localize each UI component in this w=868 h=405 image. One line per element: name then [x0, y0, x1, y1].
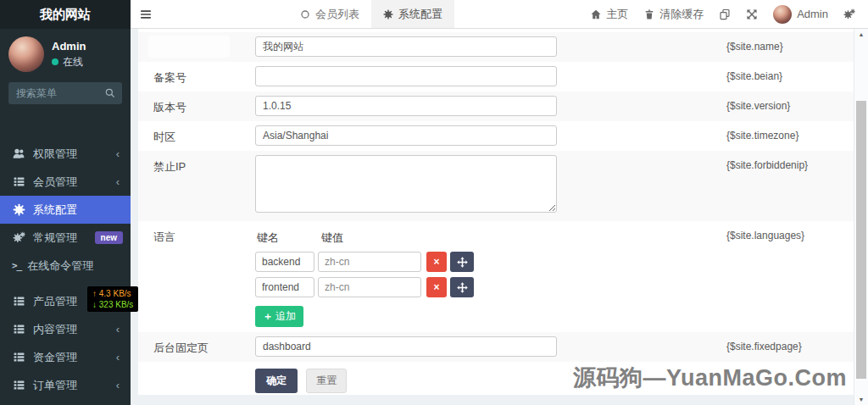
- submit-button[interactable]: 确定: [255, 369, 298, 393]
- timezone-input[interactable]: [255, 125, 557, 146]
- sidebar-item-label: 在线命令管理: [27, 258, 93, 274]
- scroll-up-arrow[interactable]: ▲: [854, 31, 868, 37]
- search-icon: [104, 87, 116, 99]
- template-var: {$site.languages}: [559, 221, 854, 332]
- sidebar-item-label: 会员管理: [33, 175, 77, 190]
- form-row-fixed-page: 后台固定页 {$site.fixedpage}: [138, 332, 854, 362]
- form-row-site-name: {$site.name}: [138, 32, 854, 62]
- site-name-input[interactable]: [255, 36, 557, 57]
- form-row-beian: 备案号 {$site.beian}: [138, 62, 854, 92]
- sidebar-toggle-button[interactable]: [131, 0, 161, 28]
- tab-member-list[interactable]: 会员列表: [288, 0, 371, 28]
- clear-cache-label: 清除缓存: [659, 7, 704, 22]
- beian-input[interactable]: [255, 66, 557, 86]
- home-label: 主页: [606, 7, 628, 22]
- top-navbar: 会员列表 系统配置 主页 清除缓存 Ad: [131, 0, 868, 29]
- field-label: 禁止IP: [138, 151, 255, 221]
- watermark: 源码狗—YuanMaGo.Com: [573, 363, 847, 393]
- sidebar-item-label: 产品管理: [33, 294, 77, 309]
- settings-button[interactable]: [836, 0, 863, 28]
- navbar-actions: 主页 清除缓存 Admin: [582, 0, 868, 28]
- user-menu[interactable]: Admin: [765, 0, 836, 28]
- field-label: [138, 362, 255, 402]
- tab-system-config[interactable]: 系统配置: [371, 0, 454, 28]
- sidebar-item-label: 资金管理: [33, 350, 77, 365]
- field-label: [138, 32, 255, 62]
- home-icon: [590, 8, 602, 20]
- tab-label: 会员列表: [315, 7, 359, 22]
- delete-row-button[interactable]: ×: [426, 252, 447, 272]
- field-label: 语言: [138, 221, 255, 332]
- field-label: 后台固定页: [138, 332, 255, 362]
- scroll-down-arrow[interactable]: ▼: [854, 397, 868, 402]
- chevron-left-icon: ‹: [116, 379, 120, 391]
- template-var: {$site.beian}: [559, 62, 854, 92]
- sidebar-item-label: 内容管理: [33, 322, 77, 337]
- sidebar-item-label: 权限管理: [33, 147, 77, 162]
- online-dot-icon: [52, 58, 58, 65]
- sidebar-search: [8, 82, 122, 104]
- chevron-left-icon: ‹: [116, 351, 120, 363]
- gear-icon: [383, 9, 393, 19]
- drag-row-button[interactable]: [450, 277, 474, 297]
- x-icon: ×: [433, 281, 439, 293]
- sidebar-item-permissions[interactable]: 权限管理 ‹: [0, 140, 131, 168]
- sidebar-item-orders[interactable]: 订单管理 ‹: [0, 371, 131, 399]
- delete-row-button[interactable]: ×: [426, 277, 447, 297]
- language-value-input[interactable]: [318, 252, 421, 272]
- template-var: {$site.version}: [559, 92, 854, 121]
- th-list-icon: [13, 379, 25, 391]
- chevron-left-icon: ‹: [116, 175, 120, 188]
- network-speed-badge: ↑ 4.3 KB/s ↓ 323 KB/s: [87, 286, 138, 312]
- append-label: 追加: [275, 309, 296, 324]
- fixed-page-input[interactable]: [255, 336, 557, 357]
- gear-icon: [13, 203, 25, 216]
- refresh-page-icon: [719, 8, 731, 20]
- clear-cache-button[interactable]: 清除缓存: [636, 0, 711, 28]
- users-icon: [13, 147, 25, 160]
- upload-speed: ↑ 4.3 KB/s: [92, 288, 133, 299]
- key-header: 键名: [257, 230, 318, 246]
- user-status: 在线: [52, 55, 86, 69]
- new-badge: new: [95, 231, 123, 244]
- navbar-user-name: Admin: [797, 8, 828, 20]
- th-list-icon: [13, 295, 25, 308]
- sidebar-item-general[interactable]: 常规管理 new: [0, 224, 131, 252]
- sidebar-item-content[interactable]: 内容管理 ‹: [0, 315, 131, 343]
- sidebar-item-label: 订单管理: [33, 378, 77, 393]
- home-button[interactable]: 主页: [582, 0, 636, 28]
- sidebar-item-funds[interactable]: 资金管理 ‹: [0, 343, 131, 371]
- version-input[interactable]: [255, 96, 557, 116]
- reset-button[interactable]: 重置: [306, 369, 347, 393]
- online-status-label: 在线: [63, 55, 83, 69]
- scrollbar-thumb[interactable]: [856, 101, 866, 379]
- language-row: ×: [255, 277, 559, 297]
- fullscreen-button[interactable]: [738, 0, 765, 28]
- refresh-button[interactable]: [711, 0, 738, 28]
- drag-row-button[interactable]: [450, 252, 474, 272]
- cogs-icon: [843, 8, 855, 20]
- tab-label: 系统配置: [398, 7, 442, 22]
- sidebar-item-members[interactable]: 会员管理 ‹: [0, 168, 131, 196]
- sidebar-item-label: 系统配置: [33, 202, 77, 218]
- sidebar-item-system-config[interactable]: 系统配置: [0, 196, 131, 224]
- vertical-scrollbar: ▲ ▼: [854, 29, 868, 405]
- language-value-input[interactable]: [318, 277, 421, 297]
- user-name: Admin: [52, 40, 86, 53]
- circle-icon: [300, 9, 310, 19]
- template-var: {$site.fixedpage}: [559, 332, 854, 362]
- sidebar: 我的网站 Admin 在线 权限管理 ‹ 会员管理: [0, 0, 131, 405]
- value-header: 键值: [321, 230, 343, 246]
- language-row: ×: [255, 252, 559, 272]
- sidebar-item-online-command[interactable]: >_ 在线命令管理: [0, 252, 131, 280]
- language-key-input[interactable]: [255, 277, 314, 297]
- template-var: {$site.name}: [559, 32, 854, 62]
- chevron-left-icon: ‹: [116, 147, 120, 160]
- append-button[interactable]: ＋ 追加: [255, 306, 303, 327]
- language-key-input[interactable]: [255, 252, 314, 272]
- trash-icon: [643, 8, 655, 20]
- form-row-languages: 语言 键名 键值 × ×: [138, 221, 854, 332]
- forbidden-ip-textarea[interactable]: [255, 155, 557, 213]
- th-list-icon: [13, 175, 25, 188]
- terminal-icon: >_: [12, 260, 21, 271]
